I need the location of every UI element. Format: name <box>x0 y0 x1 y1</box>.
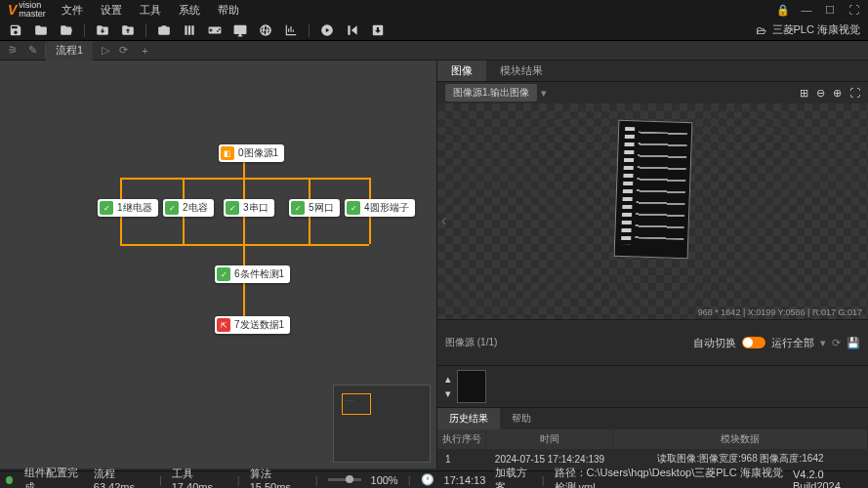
right-panel: 图像 模块结果 图像源1.输出图像 ▾ ⊞ ⊖ ⊕ ⛶ ‹ 968 * 1642… <box>436 61 868 468</box>
status-tool: 工具 17.40ms <box>172 467 227 488</box>
thumb-label: 图像源 (1/1) <box>445 336 497 349</box>
toolbar-right: 🗁 三菱PLC 海康视觉 <box>756 22 860 37</box>
node-send-data[interactable]: ⇱ 7发送数据1 <box>215 316 290 334</box>
maximize-icon[interactable]: ☐ <box>823 4 837 17</box>
refresh-icon[interactable]: ⟳ <box>832 337 841 349</box>
thumb-nav[interactable]: ▴▾ <box>445 373 451 400</box>
zoom-in-icon[interactable]: ⊕ <box>833 87 842 100</box>
folder-down-icon[interactable] <box>95 22 110 38</box>
zoom-out-icon[interactable]: ⊖ <box>816 87 825 100</box>
play-all-icon[interactable] <box>345 22 360 38</box>
status-version: V4.2.0 Build2024 <box>793 468 862 489</box>
right-tabs: 图像 模块结果 <box>437 61 868 82</box>
node-capacitor[interactable]: ✓ 2电容 <box>163 199 214 217</box>
auto-switch-label: 自动切换 <box>693 336 736 350</box>
status-loading: 加载方案 <box>495 466 531 489</box>
check-icon: ✓ <box>226 201 239 215</box>
minimize-icon[interactable]: — <box>800 4 813 17</box>
thumbnail[interactable] <box>457 370 486 403</box>
logo-text-bottom: master <box>19 10 46 19</box>
status-bar: 组件配置完成 流程 63.42ms | 工具 17.40ms | 算法 15.5… <box>0 470 868 488</box>
main-menu: 文件 设置 工具 系统 帮助 <box>62 3 239 18</box>
node-label: 1继电器 <box>117 201 152 215</box>
status-indicator <box>6 476 13 484</box>
window-controls: 🔒 — ☐ ⛶ <box>776 4 860 17</box>
auto-switch-toggle[interactable] <box>742 337 765 348</box>
menu-system[interactable]: 系统 <box>179 3 200 18</box>
project-label: 三菱PLC 海康视觉 <box>772 22 860 37</box>
chevron-down-icon[interactable]: ▾ <box>541 87 547 100</box>
menu-settings[interactable]: 设置 <box>101 3 122 18</box>
logo-mark: V <box>8 2 17 18</box>
check-icon: ✓ <box>165 201 179 215</box>
export-icon[interactable] <box>370 22 386 38</box>
tab-help[interactable]: 帮助 <box>500 408 543 429</box>
viewer-info: 968 * 1642 | X:0199 Y:0586 | R:017 G:017 <box>698 307 862 317</box>
history-table: 执行序号 时间 模块数据 1 2024-07-15 17:14:24:139 读… <box>437 429 868 468</box>
folder-open-icon[interactable] <box>59 22 74 38</box>
menu-file[interactable]: 文件 <box>62 3 83 18</box>
chevron-down-icon[interactable]: ▾ <box>820 337 826 349</box>
globe-icon[interactable] <box>258 22 273 38</box>
zoom-slider[interactable] <box>328 478 361 481</box>
titlebar: V vision master 文件 设置 工具 系统 帮助 🔒 — ☐ ⛶ <box>0 0 868 20</box>
node-label: 7发送数据1 <box>234 318 284 332</box>
fit-icon[interactable]: ⛶ <box>849 87 860 100</box>
tab-history[interactable]: 历史结果 <box>437 408 500 429</box>
node-label: 5网口 <box>309 201 334 215</box>
lock-icon[interactable]: 🔒 <box>776 4 790 17</box>
flow-loop-icon[interactable]: ⟳ <box>116 44 130 58</box>
node-ethernet[interactable]: ✓ 5网口 <box>289 199 340 217</box>
status-path: 路径：C:\Users\hqp\Desktop\三菱PLC 海康视觉检测.vml <box>555 466 783 489</box>
node-image-source[interactable]: ◧ 0图像源1 <box>219 144 284 162</box>
flowchart-icon[interactable]: ⚞ <box>6 44 20 58</box>
breadcrumb-chip[interactable]: 图像源1.输出图像 <box>445 84 537 102</box>
node-label: 0图像源1 <box>238 146 278 160</box>
status-message: 组件配置完成 <box>24 466 82 489</box>
node-serial[interactable]: ✓ 3串口 <box>224 199 274 217</box>
menu-help[interactable]: 帮助 <box>218 3 239 18</box>
node-terminal[interactable]: ✓ 4圆形端子 <box>345 199 415 217</box>
check-icon: ✓ <box>291 201 305 215</box>
cube-icon: ◧ <box>221 146 234 160</box>
add-view-icon[interactable]: ⊞ <box>800 87 808 100</box>
add-flow-icon[interactable]: + <box>136 45 153 57</box>
monitor-icon[interactable] <box>232 22 248 38</box>
status-alg: 算法 15.50ms <box>250 467 306 488</box>
play-icon[interactable] <box>319 22 335 38</box>
main-toolbar: 🗁 三菱PLC 海康视觉 <box>0 20 868 41</box>
wand-icon[interactable]: ✎ <box>25 44 39 58</box>
tab-module-result[interactable]: 模块结果 <box>486 61 557 81</box>
close-icon[interactable]: ⛶ <box>847 4 860 17</box>
thumb-strip: ▴▾ <box>437 366 868 408</box>
th-time: 时间 <box>486 429 613 449</box>
thumbnail-row: 图像源 (1/1) 自动切换 运行全部 ▾ ⟳ 💾 <box>437 319 868 366</box>
th-data: 模块数据 <box>613 429 868 449</box>
controller-icon[interactable] <box>207 22 223 38</box>
tab-image[interactable]: 图像 <box>437 61 486 81</box>
menu-tools[interactable]: 工具 <box>140 3 161 18</box>
save-icon[interactable] <box>8 22 23 38</box>
minimap[interactable]: ····· <box>333 385 431 463</box>
project-folder-icon[interactable]: 🗁 <box>756 24 766 36</box>
save-thumb-icon[interactable]: 💾 <box>847 337 860 349</box>
node-relay[interactable]: ✓ 1继电器 <box>98 199 158 217</box>
flow-play-icon[interactable]: ▷ <box>99 44 112 58</box>
preview-image <box>613 120 692 260</box>
flow-canvas[interactable]: ◧ 0图像源1 ✓ 1继电器 ✓ 2电容 ✓ 3串口 ✓ 5网口 ✓ 4圆形端子… <box>0 61 436 468</box>
columns-icon[interactable] <box>182 22 197 38</box>
image-viewer[interactable]: ‹ 968 * 1642 | X:0199 Y:0586 | R:017 G:0… <box>437 103 868 319</box>
node-label: 4圆形端子 <box>364 201 409 215</box>
camera-icon[interactable] <box>156 22 172 38</box>
prev-image-icon[interactable]: ‹ <box>441 212 446 229</box>
check-icon: ✓ <box>217 267 230 281</box>
check-icon: ✓ <box>347 201 360 215</box>
node-label: 3串口 <box>243 201 269 215</box>
open-icon[interactable] <box>33 22 49 38</box>
folder-up-icon[interactable] <box>120 22 136 38</box>
chart-icon[interactable] <box>283 22 299 38</box>
minimap-nodes: ····· <box>346 397 353 403</box>
node-condition[interactable]: ✓ 6条件检测1 <box>215 265 290 283</box>
image-breadcrumb: 图像源1.输出图像 ▾ ⊞ ⊖ ⊕ ⛶ <box>437 82 868 103</box>
flow-tab[interactable]: 流程1 <box>46 41 93 61</box>
